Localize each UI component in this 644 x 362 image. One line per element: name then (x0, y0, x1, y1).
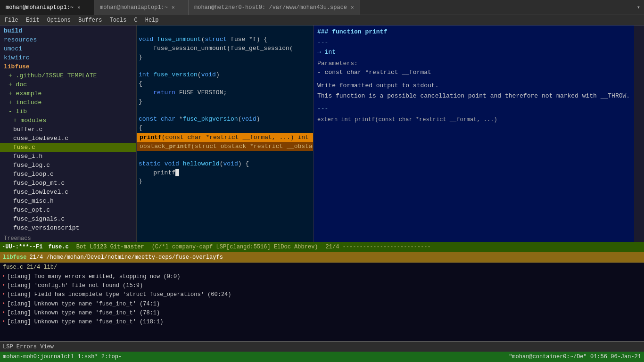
sidebar-include[interactable]: + include (0, 98, 136, 107)
menu-help[interactable]: Help (142, 16, 162, 25)
doc-param1: - const char *restrict __format (317, 68, 630, 77)
doc-title: ### function printf (317, 27, 630, 37)
menu-c[interactable]: C (131, 16, 140, 25)
error-panel-header: fuse.c 21/4 lib/ (0, 263, 644, 272)
sidebar-libfuse[interactable]: libfuse (0, 62, 136, 71)
sidebar-fuse-lowlevel[interactable]: fuse_lowlevel.c (0, 188, 136, 197)
status-path: 21/4 /home/mohan/Devel/notmine/meetty-de… (29, 254, 223, 261)
tab-bar: mohan@mohanlaptop1:~ ✕ mohan@mohanlaptop… (0, 0, 644, 15)
sidebar-fuse-misc[interactable]: fuse_misc.h (0, 197, 136, 206)
error-2: • [clang] 'config.h' file not found (15:… (2, 281, 642, 290)
tab-1[interactable]: mohan@mohanlaptop1:~ ✕ (0, 0, 94, 15)
lsp-bar: LSP Errors View (0, 341, 644, 352)
status-bar: libfuse 21/4 /home/mohan/Devel/notmine/m… (0, 252, 644, 263)
doc-extern: extern int printf(const char *restrict _… (317, 115, 630, 124)
autocomplete-item-2[interactable]: obstack_printf(struct obstack *restrict … (137, 142, 313, 151)
sidebar: build resources umoci kiwiirc libfuse + … (0, 25, 137, 242)
tmux-left: mohan-moh0:journalctl 1:ssh* 2:top- (3, 354, 509, 360)
sidebar-fuse-version[interactable]: fuse_versionscript (0, 223, 136, 232)
menu-edit[interactable]: Edit (23, 16, 42, 25)
status-project: libfuse (3, 254, 26, 261)
error-3: • [clang] Field has incomplete type 'str… (2, 290, 642, 299)
code-pane[interactable]: void fuse_unmount(struct fuse *f) { fuse… (137, 25, 314, 242)
sidebar-github[interactable]: + .github/ISSUE_TEMPLATE (0, 71, 136, 80)
mode-line: -UU-:***--F1 fuse.c Bot L5123 Git-master… (0, 242, 644, 252)
menu-tools[interactable]: Tools (107, 16, 129, 25)
tab-3-label: mohan@hetzner0-host0: /var/www/mohan43u.… (194, 4, 347, 11)
error-4: • [clang] Unknown type name 'fuse_ino_t'… (2, 300, 642, 309)
tmux-bar: mohan-moh0:journalctl 1:ssh* 2:top- "moh… (0, 352, 644, 362)
mode-minor: (C/*l company-capf LSP[clangd:5516] ElDo… (152, 244, 318, 250)
sidebar-fuse-log[interactable]: fuse_log.c (0, 161, 136, 170)
mode-filename: fuse.c (48, 244, 68, 250)
sidebar-doc[interactable]: + doc (0, 80, 136, 89)
menu-bar: File Edit Options Buffers Tools C Help (0, 15, 644, 25)
sidebar-umoci[interactable]: umoci (0, 44, 136, 53)
sidebar-fuse-signals[interactable]: fuse_signals.c (0, 214, 136, 223)
tab-2-label: mohan@mohanlaptop1:~ (100, 4, 168, 11)
tab-dropdown[interactable]: ▾ (633, 4, 644, 11)
doc-params: Parameters: (317, 59, 630, 68)
doc-desc2: This function is a possible cancellation… (317, 91, 630, 101)
sidebar-fuse-c[interactable]: fuse.c (0, 143, 136, 152)
tab-1-close[interactable]: ✕ (77, 4, 81, 10)
sidebar-fuse-loop[interactable]: fuse_loop.c (0, 170, 136, 179)
doc-pane: ### function printf --- → int Parameters… (314, 25, 634, 242)
tmux-right: "mohan@container0:~/De" 01:56 06-Jan-21 (509, 354, 641, 360)
treemacs-label: Treemacs (0, 234, 136, 242)
sidebar-resources[interactable]: resources (0, 35, 136, 44)
sidebar-fuse-loop-mt[interactable]: fuse_loop_mt.c (0, 179, 136, 188)
tab-3-close[interactable]: ✕ (351, 4, 354, 10)
error-5: • [clang] Unknown type name 'fuse_ino_t'… (2, 309, 642, 318)
autocomplete-item-1[interactable]: printf(const char *restrict __format, ..… (137, 133, 313, 142)
sidebar-lib[interactable]: - lib (0, 107, 136, 116)
code-content: void fuse_unmount(struct fuse *f) { fuse… (137, 25, 313, 187)
tab-1-label: mohan@mohanlaptop1:~ (6, 4, 74, 11)
lsp-label-text[interactable]: LSP Errors View (3, 344, 54, 350)
doc-sep1: --- (317, 38, 630, 47)
doc-arrow: → int (317, 48, 630, 57)
sidebar-build[interactable]: build (0, 26, 136, 35)
mode-extra: 21/4 -------------------------- (326, 244, 431, 250)
error-1: • [clang] Too many errors emitted, stopp… (2, 272, 642, 281)
error-panel: • [clang] Too many errors emitted, stopp… (0, 272, 644, 341)
sidebar-fuse-opt[interactable]: fuse_opt.c (0, 206, 136, 214)
tab-2-close[interactable]: ✕ (172, 4, 175, 10)
sidebar-example[interactable]: + example (0, 89, 136, 98)
error-file-info: fuse.c 21/4 lib/ (3, 264, 57, 271)
sidebar-kiwiirc[interactable]: kiwiirc (0, 53, 136, 62)
menu-buffers[interactable]: Buffers (75, 16, 105, 25)
doc-desc1: Write formatted output to stdout. (317, 81, 630, 91)
sidebar-buffer-c[interactable]: buffer.c (0, 125, 136, 134)
sidebar-modules[interactable]: + modules (0, 116, 136, 125)
menu-options[interactable]: Options (44, 16, 74, 25)
sidebar-cuse[interactable]: cuse_lowlevel.c (0, 134, 136, 143)
mode-flags: -UU-:***--F1 (2, 244, 42, 250)
tab-3[interactable]: mohan@hetzner0-host0: /var/www/mohan43u.… (189, 0, 360, 15)
menu-file[interactable]: File (2, 16, 21, 25)
doc-sep2: --- (317, 104, 630, 114)
mode-position: Bot L5123 Git-master (76, 244, 144, 250)
tab-2[interactable]: mohan@mohanlaptop1:~ ✕ (94, 0, 189, 15)
error-6: • [clang] Unknown type name 'fuse_ino_t'… (2, 318, 642, 327)
sidebar-fuse-i[interactable]: fuse_i.h (0, 152, 136, 161)
